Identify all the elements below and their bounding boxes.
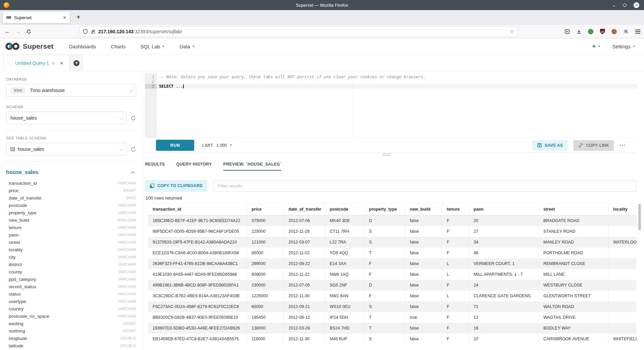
chevron-down-icon	[119, 147, 123, 151]
column-row-date_of_transfer[interactable]: date_of_transferDATE	[6, 194, 136, 202]
results-table-header: transaction_idpricedate_of_transferpostc…	[148, 203, 637, 215]
cell-price: 119000	[247, 334, 284, 344]
url-bar[interactable]: 217.160.120.143:32393/superset/sqllab/ ☆	[79, 27, 518, 37]
nav-item-charts[interactable]: Charts	[111, 44, 125, 49]
column-header-property_type[interactable]: property_type	[364, 204, 405, 215]
query-tab-close-icon[interactable]: ✕	[60, 61, 63, 66]
column-row-locality[interactable]: localityVARCHAR	[6, 246, 136, 253]
column-row-longitude[interactable]: longitudeDOUBLE	[6, 335, 136, 342]
see-table-schema-label: SEE TABLE SCHEMA	[6, 136, 136, 140]
container-pinwheel-icon[interactable]	[623, 29, 629, 35]
results-tab-0[interactable]: RESULTS	[145, 157, 165, 171]
filter-results-input[interactable]	[213, 180, 637, 192]
column-row-property_type[interactable]: property_typeVARCHAR	[6, 209, 136, 216]
window-close-icon[interactable]: ✕	[634, 2, 639, 8]
database-select[interactable]: trino Trino warehouse	[6, 84, 136, 97]
bookmark-star-icon[interactable]: ☆	[510, 29, 514, 35]
column-row-status[interactable]: statusVARCHAR	[6, 290, 136, 298]
query-tab-untitled-query-1[interactable]: ⋮ Untitled Query 1 ✕	[3, 55, 70, 71]
cookie-extension-icon[interactable]	[611, 29, 617, 35]
settings-menu[interactable]: Settings	[612, 44, 635, 49]
column-header-paon[interactable]: paon	[469, 204, 539, 215]
column-row-street[interactable]: streetVARCHAR	[6, 238, 136, 246]
column-row-postcode_no_space[interactable]: postcode_no_spaceVARCHAR	[6, 312, 136, 320]
column-header-postcode[interactable]: postcode	[325, 204, 364, 215]
more-options-button[interactable]: ···	[620, 142, 626, 148]
refresh-schema-icon[interactable]	[130, 115, 136, 121]
column-row-ppd_category[interactable]: ppd_categoryVARCHAR	[6, 275, 136, 283]
column-header-transaction_id[interactable]: transaction_id	[148, 204, 247, 215]
column-row-price[interactable]: priceBIGINT	[6, 187, 136, 194]
window-maximize-icon[interactable]	[623, 3, 627, 7]
copy-to-clipboard-button[interactable]: COPY TO CLIPBOARD	[145, 180, 207, 192]
insecure-lock-icon[interactable]	[91, 29, 96, 34]
tab-close-icon[interactable]: ✕	[63, 15, 66, 20]
reload-icon[interactable]	[23, 29, 34, 34]
column-type: VARCHAR	[118, 203, 136, 207]
column-header-new_build[interactable]: new_build	[405, 204, 442, 215]
database-engine-pill: trino	[10, 87, 26, 94]
tab-drag-handle-icon[interactable]: ⋮	[8, 60, 12, 66]
ublock-origin-icon[interactable]: uO	[599, 29, 605, 35]
column-header-street[interactable]: street	[539, 204, 608, 215]
column-row-northing[interactable]: northingBIGINT	[6, 327, 136, 335]
superset-header: Superset DashboardsChartsSQL LabData + S…	[0, 38, 644, 55]
column-row-district[interactable]: districtVARCHAR	[6, 261, 136, 268]
column-header-tenure[interactable]: tenure	[442, 204, 469, 215]
column-row-city[interactable]: cityVARCHAR	[6, 253, 136, 261]
back-icon[interactable]: ←	[2, 28, 13, 35]
sql-editor[interactable]: 123 -- Note: Unless you save your query,…	[145, 73, 637, 138]
cell-property_type: D	[364, 280, 405, 291]
pocket-icon[interactable]	[564, 29, 570, 35]
column-row-tenure[interactable]: tenureVARCHAR	[6, 224, 136, 231]
cell-property_type: F	[364, 269, 405, 280]
results-tab-2[interactable]: PREVIEW: `HOUSE_SALES`	[223, 157, 281, 171]
add-query-tab-button[interactable]: +	[70, 55, 83, 71]
column-row-record_status[interactable]: record_statusVARCHAR	[6, 283, 136, 290]
privacy-badger-icon[interactable]	[588, 29, 594, 35]
menu-hamburger-icon[interactable]	[635, 29, 641, 35]
save-as-button[interactable]: SAVE AS	[532, 140, 568, 151]
limit-dropdown[interactable]: LIMIT: 1 000	[202, 143, 232, 148]
browser-tab[interactable]: Superset ✕	[3, 12, 70, 23]
new-browser-tab-button[interactable]: +	[76, 13, 80, 21]
nav-item-data[interactable]: Data	[179, 44, 195, 49]
column-row-usertype[interactable]: usertypeVARCHAR	[6, 298, 136, 305]
nav-item-dashboards[interactable]: Dashboards	[69, 44, 96, 49]
collapse-table-icon[interactable]	[130, 171, 135, 175]
column-row-paon[interactable]: paonVARCHAR	[6, 231, 136, 238]
window-minimize-icon[interactable]: ⌄	[612, 3, 616, 7]
cell-property_type: T	[364, 312, 405, 323]
column-row-country[interactable]: countryVARCHAR	[6, 305, 136, 312]
copy-link-button[interactable]: COPY LINK	[573, 140, 614, 151]
cell-street: GLENTWORTH STREET	[539, 291, 608, 301]
column-row-new_build[interactable]: new_buildBOOLEAN	[6, 216, 136, 224]
column-header-date_of_transfer[interactable]: date_of_transfer	[284, 204, 325, 215]
cell-street: WAGTAIL DRIVE	[539, 312, 608, 323]
chevron-down-icon	[129, 88, 133, 92]
schema-select[interactable]: house_sales	[6, 112, 126, 124]
run-button[interactable]: RUN	[156, 140, 194, 151]
panel-resize-handle[interactable]	[382, 154, 391, 157]
column-header-price[interactable]: price	[247, 204, 284, 215]
table-schema-select[interactable]: house_sales	[6, 143, 126, 156]
schema-value: house_sales	[10, 115, 37, 121]
column-row-easting[interactable]: eastingBIGINT	[6, 320, 136, 327]
superset-brand[interactable]: Superset	[5, 42, 53, 51]
table-name-heading[interactable]: house_sales	[6, 169, 38, 175]
results-tab-1[interactable]: QUERY HISTORY	[176, 157, 212, 171]
column-header-locality[interactable]: locality	[608, 204, 637, 215]
results-scrollbar-thumb[interactable]	[638, 204, 641, 230]
column-name: northing	[9, 329, 25, 334]
nav-item-sql-lab[interactable]: SQL Lab	[141, 44, 165, 49]
cell-locality	[608, 226, 637, 237]
download-icon[interactable]	[576, 29, 582, 35]
new-item-button[interactable]: +	[592, 43, 600, 50]
column-row-postcode[interactable]: postcodeVARCHAR	[6, 202, 136, 209]
column-row-latitude[interactable]: latitudeDOUBLE	[6, 342, 136, 349]
column-row-county[interactable]: countyVARCHAR	[6, 268, 136, 275]
refresh-table-icon[interactable]	[130, 146, 136, 152]
column-row-transaction_id[interactable]: transaction_idVARCHAR	[6, 179, 136, 187]
cell-new_build: false	[405, 301, 442, 312]
tracking-shield-icon[interactable]	[83, 29, 88, 34]
